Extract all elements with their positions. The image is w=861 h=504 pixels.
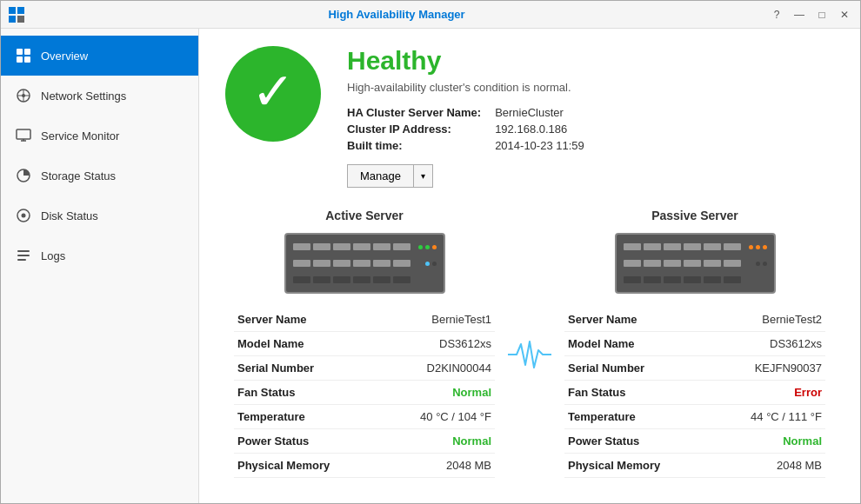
sidebar-label-network-settings: Network Settings xyxy=(41,90,126,103)
drive-slot xyxy=(684,276,701,283)
minimize-button[interactable]: — xyxy=(791,6,808,23)
ha-cluster-label: HA Cluster Server Name: xyxy=(347,106,481,119)
drive-slot xyxy=(353,260,370,267)
active-server-panel: Active Server xyxy=(225,209,504,478)
sidebar-item-service-monitor[interactable]: Service Monitor xyxy=(1,116,198,156)
table-row: Temperature 40 °C / 104 °F xyxy=(234,405,495,429)
svg-rect-5 xyxy=(24,49,30,55)
status-title: Healthy xyxy=(347,46,584,76)
manage-button-label: Manage xyxy=(348,165,414,187)
row-value: DS3612xs xyxy=(351,332,495,356)
drive-slot xyxy=(373,260,390,267)
drive-slot xyxy=(293,243,310,250)
table-row: Server Name BernieTest2 xyxy=(564,308,825,332)
row-label: Serial Number xyxy=(564,356,682,381)
row-value: D2KIN00044 xyxy=(351,356,495,381)
sidebar: Overview Network Settings xyxy=(1,29,199,503)
led-group xyxy=(756,262,767,266)
row-value-fan-status: Error xyxy=(682,381,825,405)
manage-btn-container: Manage ▾ xyxy=(347,164,584,188)
row-value: BernieTest1 xyxy=(351,308,495,332)
row-value: 2048 MB xyxy=(682,454,825,478)
titlebar: High Availability Manager ? — □ ✕ xyxy=(1,1,860,29)
svg-rect-19 xyxy=(17,255,30,256)
drive-slot xyxy=(624,260,641,267)
window-controls: ? — □ ✕ xyxy=(768,6,853,23)
drive-slot xyxy=(644,276,661,283)
drive-slot xyxy=(684,243,701,250)
table-row: Serial Number KEJFN90037 xyxy=(564,356,825,381)
server-row-3 xyxy=(624,276,767,283)
led-group xyxy=(418,245,437,249)
drive-slot xyxy=(313,243,330,250)
drive-slot xyxy=(293,276,310,283)
svg-rect-3 xyxy=(17,16,24,23)
drive-slot xyxy=(644,260,661,267)
led-off xyxy=(756,262,760,266)
led-orange xyxy=(763,245,767,249)
table-row: Temperature 44 °C / 111 °F xyxy=(564,405,825,429)
close-button[interactable]: ✕ xyxy=(836,6,853,23)
main-layout: Overview Network Settings xyxy=(1,29,860,503)
sidebar-item-disk-status[interactable]: Disk Status xyxy=(1,196,198,235)
server-divider xyxy=(504,209,556,478)
active-server-box xyxy=(284,233,445,294)
table-row: Power Status Normal xyxy=(564,429,825,454)
active-server-image xyxy=(234,233,495,294)
row-label: Fan Status xyxy=(234,381,351,405)
active-server-title: Active Server xyxy=(234,209,495,222)
row-label: Physical Memory xyxy=(564,454,682,478)
table-row: Serial Number D2KIN00044 xyxy=(234,356,495,381)
pulse-icon xyxy=(508,337,551,376)
table-row: Fan Status Error xyxy=(564,381,825,405)
manage-button[interactable]: Manage ▾ xyxy=(347,164,433,188)
table-row: Physical Memory 2048 MB xyxy=(234,454,495,478)
row-value: 2048 MB xyxy=(351,454,495,478)
server-row-2 xyxy=(293,260,437,267)
maximize-button[interactable]: □ xyxy=(813,6,831,23)
row-label: Power Status xyxy=(564,429,682,454)
sidebar-item-network-settings[interactable]: Network Settings xyxy=(1,76,198,116)
server-row-1 xyxy=(293,243,437,250)
row-label: Serial Number xyxy=(234,356,351,381)
content-area: ✓ Healthy High-availability cluster's co… xyxy=(199,29,860,503)
sidebar-item-storage-status[interactable]: Storage Status xyxy=(1,156,198,196)
drive-slot xyxy=(724,243,741,250)
monitor-icon xyxy=(15,127,32,144)
row-label: Server Name xyxy=(564,308,682,332)
svg-rect-0 xyxy=(9,7,16,14)
help-button[interactable]: ? xyxy=(768,6,785,23)
row-label: Fan Status xyxy=(564,381,682,405)
passive-server-table: Server Name BernieTest2 Model Name DS361… xyxy=(564,308,825,478)
drive-slot xyxy=(704,276,721,283)
row-label: Model Name xyxy=(564,332,682,356)
drive-slot xyxy=(724,260,741,267)
servers-section: Active Server xyxy=(225,209,834,478)
led-blue xyxy=(425,262,430,266)
main-window: High Availability Manager ? — □ ✕ xyxy=(0,0,861,504)
passive-server-panel: Passive Server xyxy=(556,209,834,478)
window-title: High Availability Manager xyxy=(25,8,768,21)
sidebar-item-overview[interactable]: Overview xyxy=(1,36,198,76)
status-info: Healthy High-availability cluster's cond… xyxy=(347,46,584,188)
app-icon xyxy=(8,6,25,23)
row-value: 40 °C / 104 °F xyxy=(351,405,495,429)
cluster-info-grid: HA Cluster Server Name: BernieCluster Cl… xyxy=(347,106,584,152)
passive-server-box xyxy=(615,233,776,294)
drive-slot xyxy=(393,276,410,283)
built-time-label: Built time: xyxy=(347,139,481,152)
sidebar-item-logs[interactable]: Logs xyxy=(1,235,198,275)
status-section: ✓ Healthy High-availability cluster's co… xyxy=(225,46,834,188)
drive-slot xyxy=(373,276,390,283)
drive-slot xyxy=(353,243,370,250)
row-label: Server Name xyxy=(234,308,351,332)
led-orange xyxy=(749,245,753,249)
row-value: 44 °C / 111 °F xyxy=(682,405,825,429)
row-value-fan-status: Normal xyxy=(351,381,495,405)
drive-slot xyxy=(704,260,721,267)
led-green xyxy=(418,245,423,249)
manage-dropdown-arrow[interactable]: ▾ xyxy=(414,167,432,185)
svg-rect-7 xyxy=(24,56,30,63)
table-row: Server Name BernieTest1 xyxy=(234,308,495,332)
svg-rect-2 xyxy=(9,16,16,23)
